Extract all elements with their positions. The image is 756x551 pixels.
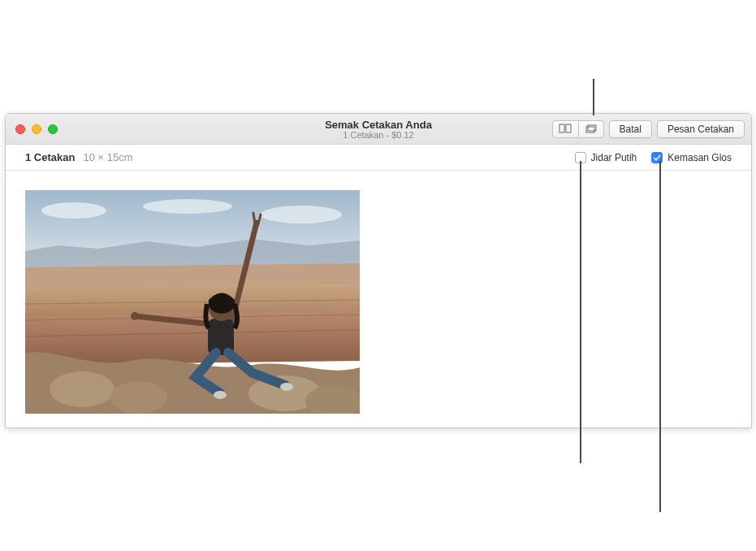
close-window-button[interactable] bbox=[15, 124, 25, 134]
svg-point-8 bbox=[50, 371, 114, 407]
content-header: 1 Cetakan 10 × 15cm Jidar Putih Kemasan … bbox=[6, 145, 751, 171]
cancel-label: Batal bbox=[620, 124, 642, 135]
window-title-area: Semak Cetakan Anda 1 Cetakan - $0.12 bbox=[325, 119, 432, 140]
order-label: Pesan Cetakan bbox=[667, 124, 734, 135]
window-titlebar: Semak Cetakan Anda 1 Cetakan - $0.12 Bat… bbox=[6, 114, 751, 145]
svg-point-5 bbox=[41, 202, 106, 219]
header-options: Jidar Putih Kemasan Glos bbox=[575, 152, 732, 163]
svg-point-6 bbox=[143, 199, 232, 214]
content-body bbox=[6, 171, 751, 428]
callout-line bbox=[580, 161, 581, 463]
cancel-button[interactable]: Batal bbox=[609, 120, 652, 138]
view-mode-group bbox=[552, 120, 604, 138]
print-review-window: Semak Cetakan Anda 1 Cetakan - $0.12 Bat… bbox=[5, 113, 752, 428]
print-size: 10 × 15cm bbox=[83, 151, 132, 163]
svg-point-9 bbox=[110, 381, 167, 414]
view-single-button[interactable] bbox=[552, 120, 578, 138]
glossy-finish-checkbox[interactable] bbox=[651, 152, 663, 163]
callout-line bbox=[593, 79, 594, 115]
toolbar-right: Batal Pesan Cetakan bbox=[552, 120, 745, 138]
glossy-finish-checkbox-wrap[interactable]: Kemasan Glos bbox=[651, 152, 732, 163]
svg-rect-0 bbox=[559, 124, 564, 132]
window-subtitle: 1 Cetakan - $0.12 bbox=[325, 130, 432, 140]
window-title: Semak Cetakan Anda bbox=[325, 119, 432, 131]
photo-image bbox=[25, 190, 360, 414]
svg-point-14 bbox=[214, 391, 227, 399]
svg-point-7 bbox=[261, 206, 342, 223]
book-icon bbox=[559, 122, 572, 137]
stack-icon bbox=[585, 122, 598, 137]
svg-point-15 bbox=[280, 383, 293, 391]
callout-line bbox=[659, 161, 660, 512]
glossy-finish-label: Kemasan Glos bbox=[667, 152, 732, 163]
white-border-label: Jidar Putih bbox=[591, 152, 637, 163]
svg-rect-1 bbox=[566, 124, 571, 132]
svg-point-16 bbox=[131, 312, 139, 320]
white-border-checkbox-wrap[interactable]: Jidar Putih bbox=[575, 152, 637, 163]
view-stack-button[interactable] bbox=[578, 120, 604, 138]
traffic-lights bbox=[12, 124, 58, 134]
print-count: 1 Cetakan bbox=[25, 151, 75, 163]
order-prints-button[interactable]: Pesan Cetakan bbox=[657, 120, 745, 138]
photo-preview[interactable] bbox=[25, 190, 360, 414]
minimize-window-button[interactable] bbox=[32, 124, 41, 134]
maximize-window-button[interactable] bbox=[48, 124, 58, 134]
